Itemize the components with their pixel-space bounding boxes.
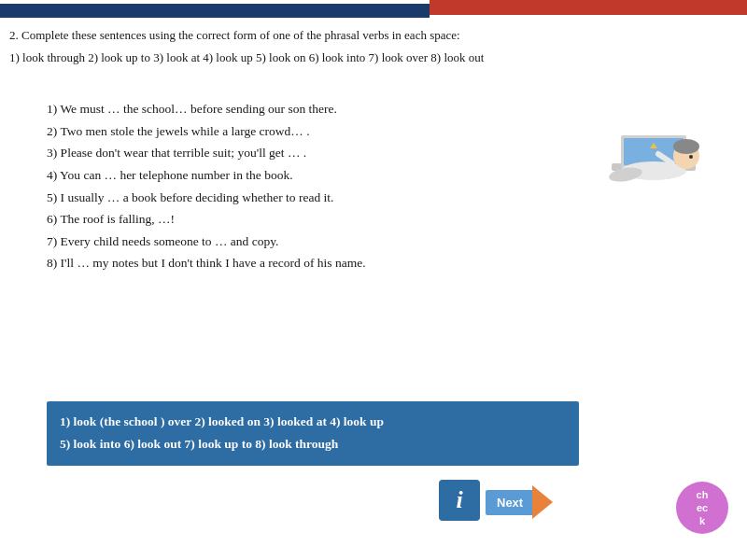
sentence-8: 8) I'll … my notes but I don't think I h… xyxy=(47,252,560,274)
answer-line1: 1) look (the school ) over 2) looked on … xyxy=(60,411,566,433)
top-bar-red-right2 xyxy=(430,7,747,15)
answer-line2: 5) look into 6) look out 7) look up to 8… xyxy=(60,433,566,455)
check-button[interactable]: check xyxy=(676,482,728,534)
next-arrow-icon xyxy=(532,485,553,519)
info-icon-label: i xyxy=(456,486,462,514)
instruction-label: 2. Complete these sentences using the co… xyxy=(9,28,460,42)
sentence-3: 3) Please don't wear that terrible suit;… xyxy=(47,142,560,164)
sentence-2: 2) Two men stole the jewels while a larg… xyxy=(47,120,560,143)
top-bar-red-right xyxy=(430,0,747,7)
character-illustration xyxy=(579,93,728,215)
sentence-4: 4) You can … her telephone number in the… xyxy=(47,164,560,187)
phrasal-verbs-label: 1) look through 2) look up to 3) look at… xyxy=(9,50,484,64)
sentence-6: 6) The roof is falling, …! xyxy=(47,208,560,231)
sentence-1: 1) We must … the school… before sending … xyxy=(47,98,560,120)
answer-box: 1) look (the school ) over 2) looked on … xyxy=(47,401,579,466)
svg-point-5 xyxy=(673,139,699,154)
sentence-7: 7) Every child needs someone to … and co… xyxy=(47,231,560,253)
check-label: check xyxy=(697,488,709,528)
info-button[interactable]: i xyxy=(439,480,480,521)
sentence-5: 5) I usually … a book before deciding wh… xyxy=(47,187,560,209)
character-svg xyxy=(584,98,724,210)
sentences-area: 1) We must … the school… before sending … xyxy=(47,98,560,274)
phrasal-verbs-list: 1) look through 2) look up to 3) look at… xyxy=(9,49,738,68)
next-label[interactable]: Next xyxy=(486,490,532,515)
instruction-text: 2. Complete these sentences using the co… xyxy=(9,26,738,45)
svg-point-6 xyxy=(689,155,693,159)
next-button[interactable]: Next xyxy=(486,485,553,519)
top-bar-blue2 xyxy=(0,13,430,18)
